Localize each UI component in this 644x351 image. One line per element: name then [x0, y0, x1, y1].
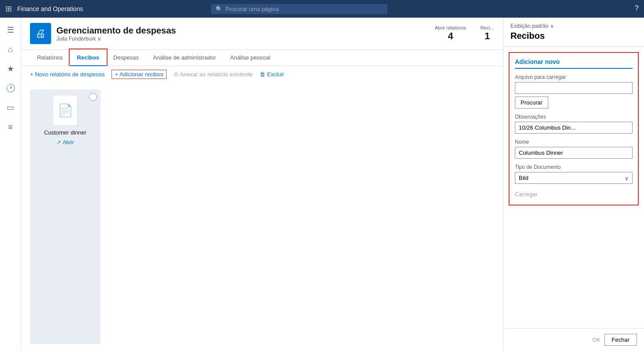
page-stats: Abrir relatórios 4 Reci... 1	[435, 25, 494, 42]
receipt-checkbox[interactable]	[89, 93, 97, 101]
right-panel-body: Adicionar novo Arquivo para carregar Pro…	[503, 47, 644, 328]
sidebar-star-icon[interactable]: ★	[2, 60, 19, 78]
chevron-down-icon: ∨	[550, 23, 554, 29]
right-panel-header: Exibição padrão ∨ Recibos	[503, 18, 644, 47]
module-icon: 🖨	[30, 23, 51, 44]
right-panel-footer: OK Fechar	[503, 328, 644, 351]
notes-group: Observações	[515, 114, 633, 134]
right-panel-title: Recibos	[510, 31, 637, 41]
stat-receipts-label: Reci...	[480, 25, 494, 30]
name-input[interactable]	[515, 147, 633, 159]
page-title: Gerenciamento de despesas	[56, 26, 435, 36]
content-area: 🖨 Gerenciamento de despesas Julia Funder…	[21, 18, 503, 351]
open-icon: ↗	[56, 139, 61, 146]
search-icon: 🔍	[216, 6, 223, 12]
notes-label: Observações	[515, 114, 633, 120]
grid-icon[interactable]: ⊞	[5, 4, 12, 14]
name-label: Nome	[515, 139, 633, 145]
tabs-bar: Relatórios Recibos Despesas Análise de a…	[21, 50, 503, 66]
receipt-file-icon: 📄	[53, 95, 78, 126]
stat-open-reports-value: 4	[435, 30, 466, 42]
notes-input[interactable]	[515, 122, 633, 134]
open-label: Abrir	[63, 139, 74, 146]
search-bar[interactable]: 🔍	[211, 4, 387, 14]
right-panel: Exibição padrão ∨ Recibos Adicionar novo…	[503, 18, 644, 351]
view-selector[interactable]: Exibição padrão ∨	[510, 23, 637, 29]
add-receipts-link[interactable]: + Adicionar recibos	[112, 70, 166, 79]
attach-report-link: ⊙ Anexar ao relatório existente	[174, 71, 253, 78]
search-input[interactable]	[225, 6, 383, 12]
stat-receipts-value: 1	[480, 30, 494, 42]
tab-relatorios[interactable]: Relatórios	[30, 50, 70, 66]
page-header-info: Gerenciamento de despesas Julia Funderbu…	[56, 26, 435, 42]
tab-despesas[interactable]: Despesas	[106, 50, 146, 66]
receipts-grid: 📄 Customer dinner ↗ Abrir	[21, 82, 503, 351]
browse-button[interactable]: Procurar	[515, 97, 548, 108]
subtitle-user[interactable]: Julia Funderburk	[56, 36, 96, 42]
upload-submit: Carregar	[515, 189, 633, 199]
form-panel: Adicionar novo Arquivo para carregar Pro…	[509, 52, 639, 205]
doc-type-select[interactable]: Bild PDF Outro	[515, 172, 633, 184]
page-header: 🖨 Gerenciamento de despesas Julia Funder…	[21, 18, 503, 50]
sidebar-list-icon[interactable]: ≡	[2, 118, 19, 136]
view-label: Exibição padrão	[510, 23, 548, 29]
receipt-card[interactable]: 📄 Customer dinner ↗ Abrir	[30, 90, 101, 344]
sidebar-menu-icon[interactable]: ☰	[2, 21, 19, 39]
top-bar: ⊞ Finance and Operations 🔍 ?	[0, 0, 644, 18]
sidebar-clock-icon[interactable]: 🕐	[2, 79, 19, 97]
app-title: Finance and Operations	[17, 5, 83, 12]
file-label: Arquivo para carregar	[515, 74, 633, 80]
name-group: Nome	[515, 139, 633, 159]
tab-recibos[interactable]: Recibos	[70, 50, 107, 66]
printer-icon: 🖨	[35, 27, 46, 40]
main-layout: ☰ ⌂ ★ 🕐 ▭ ≡ 🖨 Gerenciamento de despesas …	[0, 18, 644, 351]
stat-open-reports-label: Abrir relatórios	[435, 25, 466, 30]
tab-analise-admin[interactable]: Análise de administrador	[146, 50, 223, 66]
ok-button: OK	[592, 336, 601, 343]
chevron-down-icon[interactable]: ∨	[97, 36, 101, 42]
left-sidebar: ☰ ⌂ ★ 🕐 ▭ ≡	[0, 18, 21, 351]
actions-bar: + Novo relatório de despesas + Adicionar…	[21, 66, 503, 82]
doc-type-select-wrapper: Bild PDF Outro ∨	[515, 172, 633, 184]
file-input[interactable]	[515, 82, 633, 94]
receipt-title: Customer dinner	[44, 129, 86, 136]
page-subtitle: Julia Funderburk ∨	[56, 36, 435, 42]
stat-receipts: Reci... 1	[480, 25, 494, 42]
help-icon[interactable]: ?	[635, 4, 639, 12]
stat-open-reports: Abrir relatórios 4	[435, 25, 466, 42]
doc-type-group: Tipo de Documento Bild PDF Outro ∨	[515, 164, 633, 184]
new-report-link[interactable]: + Novo relatório de despesas	[30, 71, 104, 78]
receipt-open-link[interactable]: ↗ Abrir	[56, 139, 74, 146]
delete-link[interactable]: 🗑 Excluir	[260, 71, 284, 78]
close-button[interactable]: Fechar	[604, 334, 637, 346]
file-upload-group: Arquivo para carregar Procurar	[515, 74, 633, 108]
form-tab-add-new[interactable]: Adicionar novo	[515, 58, 633, 69]
sidebar-home-icon[interactable]: ⌂	[2, 41, 19, 58]
sidebar-doc-icon[interactable]: ▭	[2, 99, 19, 116]
doc-type-label: Tipo de Documento	[515, 164, 633, 170]
tab-analise-pessoal[interactable]: Análise pessoal	[223, 50, 277, 66]
